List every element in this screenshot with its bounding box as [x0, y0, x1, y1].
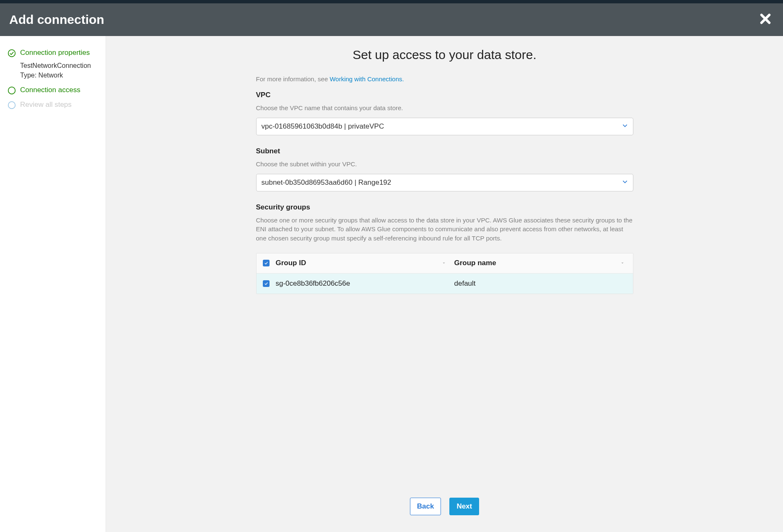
col-label: Group ID — [276, 259, 306, 267]
subnet-label: Subnet — [256, 147, 633, 155]
vpc-select[interactable]: vpc-01685961063b0d84b | privateVPC — [256, 118, 633, 135]
back-button[interactable]: Back — [410, 498, 441, 515]
table-header: Group ID Group name — [257, 253, 633, 274]
step-details: TestNetworkConnection Type: Network — [20, 61, 100, 80]
step-review-all-steps[interactable]: Review all steps — [8, 101, 100, 109]
svg-point-2 — [8, 102, 16, 109]
security-groups-table: Group ID Group name — [256, 253, 633, 294]
subnet-help: Choose the subnet within your VPC. — [256, 160, 633, 169]
col-group-id[interactable]: Group ID — [276, 259, 454, 267]
subnet-select[interactable]: subnet-0b350d86953aa6d60 | Range192 — [256, 174, 633, 191]
header: Add connection — [0, 3, 783, 36]
page-title: Set up access to your data store. — [256, 48, 633, 62]
circle-icon — [8, 86, 16, 95]
check-circle-icon — [8, 49, 16, 57]
page-header-title: Add connection — [9, 13, 104, 27]
sg-help: Choose one or more security groups that … — [256, 216, 633, 243]
step-connection-properties[interactable]: Connection properties — [8, 49, 100, 57]
vpc-label: VPC — [256, 91, 633, 99]
step-label: Connection access — [20, 86, 80, 94]
info-link[interactable]: Working with Connections. — [329, 75, 404, 83]
col-group-name[interactable]: Group name — [454, 259, 633, 267]
close-icon[interactable] — [760, 13, 771, 27]
step-label: Review all steps — [20, 101, 72, 109]
svg-point-1 — [8, 87, 16, 94]
info-text: For more information, see Working with C… — [256, 75, 633, 83]
vpc-value: vpc-01685961063b0d84b | privateVPC — [262, 122, 384, 131]
info-prefix: For more information, see — [256, 75, 330, 83]
select-all-checkbox[interactable] — [263, 260, 270, 266]
footer-buttons: Back Next — [127, 431, 762, 515]
body: Connection properties TestNetworkConnect… — [0, 36, 783, 532]
main: Set up access to your data store. For mo… — [106, 36, 783, 532]
table-row[interactable]: sg-0ce8b36fb6206c56e default — [257, 274, 633, 294]
connection-name: TestNetworkConnection — [20, 61, 100, 70]
svg-point-0 — [8, 50, 16, 57]
cell-group-name: default — [454, 279, 633, 288]
chevron-down-icon — [622, 122, 628, 131]
sort-icon — [442, 259, 446, 267]
vpc-help: Choose the VPC name that contains your d… — [256, 103, 633, 113]
sg-label: Security groups — [256, 203, 633, 212]
col-label: Group name — [454, 259, 496, 267]
subnet-value: subnet-0b350d86953aa6d60 | Range192 — [262, 178, 392, 187]
next-button[interactable]: Next — [449, 498, 479, 515]
top-strip — [0, 0, 783, 3]
connection-type: Type: Network — [20, 70, 100, 80]
circle-icon — [8, 101, 16, 109]
sort-icon — [620, 259, 625, 267]
step-label: Connection properties — [20, 49, 90, 57]
sidebar: Connection properties TestNetworkConnect… — [0, 36, 106, 532]
row-checkbox[interactable] — [263, 280, 270, 287]
chevron-down-icon — [622, 178, 628, 187]
step-connection-access[interactable]: Connection access — [8, 86, 100, 95]
cell-group-id: sg-0ce8b36fb6206c56e — [276, 279, 454, 288]
